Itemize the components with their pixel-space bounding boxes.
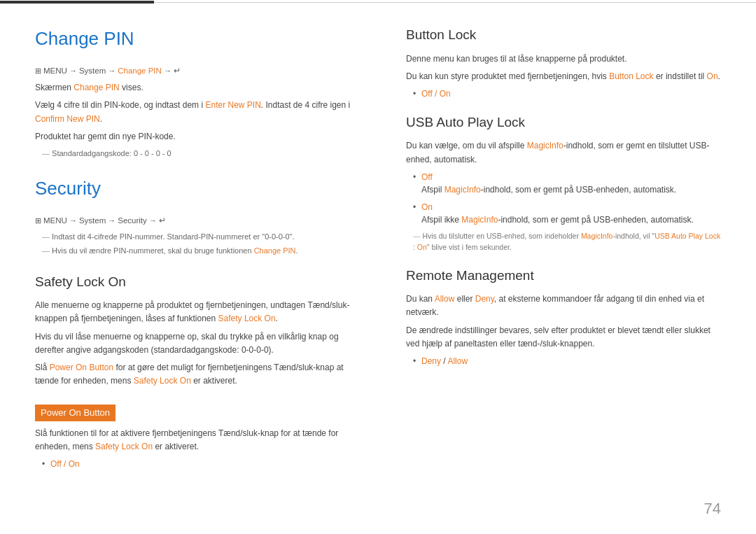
magic-info-link-4: MagicInfo <box>581 232 613 240</box>
usb-on-item: On Afspil ikke MagicInfo-indhold, som er… <box>413 201 721 227</box>
security-note-1: Indtast dit 4-cifrede PIN-nummer. Standa… <box>35 231 357 243</box>
confirm-new-pin-link: Confirm New PIN <box>35 114 100 124</box>
usb-off-item: Off Afspil MagicInfo-indhold, som er gem… <box>413 171 721 197</box>
usb-auto-play-section: USB Auto Play Lock Du kan vælge, om du v… <box>406 113 721 253</box>
change-pin-note-link: Change PIN <box>254 246 296 255</box>
usb-auto-play-title: USB Auto Play Lock <box>406 113 721 133</box>
remote-management-title: Remote Management <box>406 266 721 286</box>
power-on-button-section: Power On Button Slå funktionen til for a… <box>35 398 357 470</box>
top-bar <box>0 0 756 4</box>
usb-off-label: Off <box>421 172 433 182</box>
allow-label: Allow <box>447 356 468 366</box>
power-on-button-label: Power On Button <box>35 405 115 421</box>
security-label: Security <box>118 215 147 227</box>
safety-lock-section: Safety Lock On Alle menuerne og knappern… <box>35 272 357 388</box>
security-note-2: Hvis du vil ændre PIN-nummeret, skal du … <box>35 245 357 257</box>
safety-lock-ref2: Safety Lock On <box>95 442 153 451</box>
power-on-button-ref: Power On Button <box>50 363 113 372</box>
power-on-para1: Slå funktionen til for at aktivere fjern… <box>35 427 357 454</box>
deny-link: Deny <box>475 294 494 304</box>
allow-link: Allow <box>435 294 455 304</box>
remote-management-para2: De ændrede indstillinger bevares, selv e… <box>406 324 721 351</box>
magic-info-link-2: MagicInfo <box>444 185 481 195</box>
left-column: Change PIN ⊞ MENU → System → Change PIN … <box>35 25 385 513</box>
usb-auto-play-para1: Du kan vælge, om du vil afspille MagicIn… <box>406 139 721 166</box>
page-container: Change PIN ⊞ MENU → System → Change PIN … <box>0 0 756 534</box>
button-lock-para1: Denne menu kan bruges til at låse knappe… <box>406 52 721 66</box>
button-lock-link: Button Lock <box>609 71 653 81</box>
remote-management-section: Remote Management Du kan Allow eller Den… <box>406 266 721 367</box>
enter-icon-2: ↵ <box>159 215 166 227</box>
security-section: Security ⊞ MENU → System → Security → ↵ … <box>35 175 357 257</box>
button-lock-para2: Du kan kun styre produktet med fjernbetj… <box>406 70 721 83</box>
enter-new-pin-link: Enter New PIN <box>205 100 260 110</box>
menu-label: MENU <box>43 65 67 77</box>
top-bar-dark <box>0 1 154 3</box>
enter-icon: ↵ <box>174 65 181 77</box>
power-on-bullet-item: Off / On <box>42 458 357 470</box>
button-lock-on-link: On <box>707 71 718 81</box>
menu-icon-2: ⊞ <box>35 215 41 227</box>
content-area: Change PIN ⊞ MENU → System → Change PIN … <box>0 18 756 534</box>
button-lock-section: Button Lock Denne menu kan bruges til at… <box>406 25 721 100</box>
change-pin-menu-path: ⊞ MENU → System → Change PIN → ↵ <box>35 65 357 77</box>
usb-auto-play-bullet-list: Off Afspil MagicInfo-indhold, som er gem… <box>406 171 721 227</box>
usb-on-desc: Afspil ikke MagicInfo-indhold, som er ge… <box>421 215 694 225</box>
change-pin-title: Change PIN <box>35 25 357 52</box>
right-column: Button Lock Denne menu kan bruges til at… <box>385 25 721 513</box>
instructions-text: Vælg 4 cifre til din PIN-kode, og indtas… <box>35 99 357 125</box>
usb-auto-play-lock-link: USB Auto Play Lock : On <box>413 232 720 251</box>
menu-icon: ⊞ <box>35 65 41 77</box>
system-label-2: System <box>79 215 106 227</box>
button-lock-off-on: Off / On <box>421 89 451 99</box>
change-pin-section: Change PIN ⊞ MENU → System → Change PIN … <box>35 25 357 160</box>
security-menu-path: ⊞ MENU → System → Security → ↵ <box>35 215 357 227</box>
button-lock-bullet-list: Off / On <box>406 87 721 100</box>
usb-on-label: On <box>421 202 433 212</box>
safety-lock-para2: Hvis du vil låse menuerne og knapperne o… <box>35 330 357 357</box>
safety-lock-ref: Safety Lock On <box>134 376 191 386</box>
deny-label: Deny <box>421 356 441 366</box>
safety-lock-link: Safety Lock On <box>218 314 276 323</box>
screen-shows-text: Skærmen Change PIN vises. <box>35 81 357 94</box>
top-bar-light <box>154 2 756 3</box>
safety-lock-para1: Alle menuerne og knapperne på produktet … <box>35 299 357 325</box>
button-lock-title: Button Lock <box>406 25 721 45</box>
usb-auto-play-note: Hvis du tilslutter en USB-enhed, som ind… <box>406 231 721 253</box>
default-code-note: Standardadgangskode: 0 - 0 - 0 - 0 <box>35 148 357 160</box>
magic-info-link-3: MagicInfo <box>461 215 498 225</box>
button-lock-bullet-item: Off / On <box>413 87 721 100</box>
page-number: 74 <box>704 497 721 520</box>
remote-management-deny-allow: Deny / Allow <box>413 355 721 367</box>
magic-info-link-1: MagicInfo <box>527 141 564 150</box>
screen-change-pin-link: Change PIN <box>74 83 119 92</box>
power-on-bullet-list: Off / On <box>35 458 357 470</box>
power-on-off-on: Off / On <box>50 459 80 469</box>
system-label: System <box>79 65 106 77</box>
safety-lock-para3: Slå Power On Button for at gøre det muli… <box>35 361 357 388</box>
change-pin-link: Change PIN <box>118 65 162 77</box>
safety-lock-title: Safety Lock On <box>35 272 357 293</box>
product-info-text: Produktet har gemt din nye PIN-kode. <box>35 130 357 143</box>
remote-management-bullet-list: Deny / Allow <box>406 355 721 367</box>
remote-management-para1: Du kan Allow eller Deny, at eksterne kom… <box>406 293 721 319</box>
menu-label-2: MENU <box>43 215 67 227</box>
usb-off-desc: Afspil MagicInfo-indhold, som er gemt på… <box>421 185 676 195</box>
security-title: Security <box>35 175 357 202</box>
